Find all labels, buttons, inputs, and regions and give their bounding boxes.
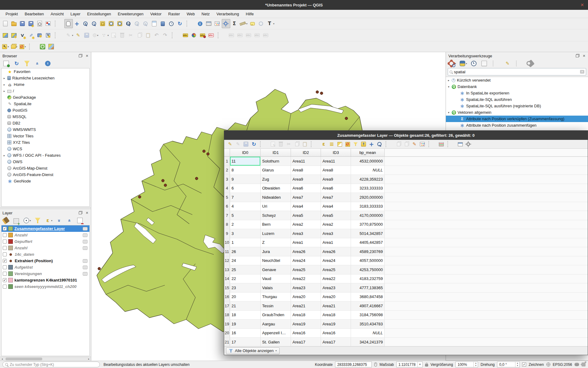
processing-toolbox-button[interactable] xyxy=(222,19,230,28)
rotate-label-button[interactable] xyxy=(244,31,253,40)
delete-selected-button[interactable] xyxy=(277,140,285,148)
cut-features-button[interactable] xyxy=(127,31,135,40)
cell-id0[interactable]: 3 xyxy=(230,229,261,238)
cell-id2[interactable]: Area16 xyxy=(291,329,321,338)
algorithm-tree-item[interactable]: SpatiaLite-SQL ausführen (registrierte D… xyxy=(446,103,588,109)
cell-id2[interactable]: Area2 xyxy=(291,220,321,229)
cell-id0[interactable]: 9 xyxy=(230,175,261,184)
row-number[interactable]: 21 xyxy=(224,338,230,346)
save-edits-button[interactable] xyxy=(83,31,91,40)
plugin-manager-icon[interactable] xyxy=(582,362,586,366)
cell-id3[interactable]: Area8 xyxy=(321,166,351,175)
cell-id0[interactable]: 18 xyxy=(230,311,261,320)
layer-item[interactable]: Vereinigungen xyxy=(2,270,89,277)
cell-id2[interactable]: Area25 xyxy=(291,265,321,274)
refresh-map-button[interactable] xyxy=(176,19,184,28)
cell-id0[interactable]: 7 xyxy=(230,193,261,202)
close-panel-icon[interactable]: ✕ xyxy=(85,211,89,215)
cell-id3[interactable]: Area2 xyxy=(321,220,351,229)
row-number[interactable]: 13 xyxy=(224,265,230,274)
cell-id3[interactable]: Area19 xyxy=(321,320,351,328)
style-manager-button[interactable] xyxy=(44,19,53,28)
layer-item[interactable]: ✓ kantonsgrenzen K4kant19970101 xyxy=(2,277,89,283)
zoom-extra-button[interactable] xyxy=(257,19,266,28)
algorithm-tree-item[interactable]: SpatiaLite-SQL ausführen xyxy=(446,96,588,103)
scroll-right-icon[interactable]: ▸ xyxy=(87,358,91,360)
cell-id3[interactable]: Area11 xyxy=(321,157,351,166)
cell-id3[interactable]: Area16 xyxy=(321,329,351,338)
row-number[interactable]: 12 xyxy=(224,256,230,265)
cell-id2[interactable]: Area5 xyxy=(291,211,321,220)
deselect-features-button[interactable]: ▾ xyxy=(18,42,27,51)
processing-search-input[interactable]: spatial ✕ xyxy=(448,68,586,75)
close-panel-icon[interactable]: ✕ xyxy=(85,54,89,58)
row-number[interactable]: 18 xyxy=(224,311,230,320)
layer-visibility-checkbox[interactable]: ✓ xyxy=(3,259,7,263)
pan-to-selection-button[interactable] xyxy=(368,140,375,148)
cell-id1[interactable]: St. Gallen xyxy=(261,338,291,346)
layer-item[interactable]: ✓ Extrahiert (Position) xyxy=(2,258,89,264)
row-number[interactable]: 19 xyxy=(224,320,230,328)
invert-selection-button[interactable] xyxy=(336,140,344,148)
cell-id1[interactable]: Schwyz xyxy=(261,211,291,220)
cell-id1[interactable]: Zug xyxy=(261,175,291,184)
browser-tree-item[interactable]: MSSQL xyxy=(2,113,89,120)
row-number[interactable]: 17 xyxy=(224,301,230,310)
locator-search-input[interactable]: Zu suchender Typ (Strg+K) xyxy=(2,362,100,367)
cell-bp-mean[interactable]: 4253,750000 xyxy=(351,265,385,274)
cell-id1[interactable]: Solothurn xyxy=(261,157,291,166)
memory-layer-badge-icon[interactable] xyxy=(83,259,88,263)
menu-item[interactable]: Vektor xyxy=(147,10,164,17)
messages-icon[interactable] xyxy=(575,363,579,366)
cell-id2[interactable]: Area8 xyxy=(291,166,321,175)
menu-item[interactable]: Verarbeitung xyxy=(213,10,242,17)
osm-place-search-plugin-button[interactable] xyxy=(47,42,56,51)
browser-tree-item[interactable]: WCS xyxy=(2,146,89,152)
attribute-window-titlebar[interactable]: Zusammengefasster Layer — Objekte gesamt… xyxy=(224,131,588,140)
cell-id0[interactable]: 24 xyxy=(230,256,261,265)
copy-button[interactable] xyxy=(293,140,301,148)
cell-id0[interactable]: 22 xyxy=(230,274,261,283)
remove-layer-button[interactable] xyxy=(76,216,85,225)
menu-item[interactable]: Erweiterungen xyxy=(115,10,147,17)
cell-id0[interactable]: 1 xyxy=(230,238,261,247)
data-source-manager-button[interactable] xyxy=(1,31,10,40)
row-number[interactable]: 8 xyxy=(224,220,230,229)
browser-tree-item[interactable]: Favoriten xyxy=(2,68,89,75)
sum-features-button[interactable] xyxy=(230,19,239,28)
filter-browser-button[interactable] xyxy=(23,59,31,68)
cell-id2[interactable]: Area3 xyxy=(291,229,321,238)
cell-id1[interactable]: Z xyxy=(261,238,291,247)
results-viewer-button[interactable] xyxy=(480,59,489,68)
column-header-id3[interactable]: ID3 xyxy=(321,149,351,156)
cell-id0[interactable]: 5 xyxy=(230,211,261,220)
expand-arrow-icon[interactable]: ▸ xyxy=(447,79,450,82)
toggle-editing-button[interactable] xyxy=(226,140,234,148)
zoom-to-layer-button[interactable] xyxy=(116,19,124,28)
layer-visibility-checkbox[interactable] xyxy=(3,272,7,276)
expand-all-button[interactable] xyxy=(55,216,64,225)
cell-id2[interactable]: Area21 xyxy=(291,301,321,310)
add-feature-button[interactable] xyxy=(269,140,277,148)
browser-tree-item[interactable]: OWS xyxy=(2,159,89,165)
cell-bp-mean[interactable]: 4183,232759 xyxy=(351,274,385,283)
cell-bp-mean[interactable]: 4228,359223 xyxy=(351,175,385,184)
pan-to-selection-button[interactable] xyxy=(73,19,81,28)
cell-bp-mean[interactable]: 4405,442857 xyxy=(351,238,385,247)
layer-item[interactable]: seen k4seenyyyymmdd11_ch200 xyxy=(2,283,89,290)
browser-tree-item[interactable]: XYZ Tiles xyxy=(2,139,89,146)
close-panel-icon[interactable]: ✕ xyxy=(582,54,586,58)
row-number[interactable]: 4 xyxy=(224,184,230,193)
paste-features-button[interactable] xyxy=(144,31,153,40)
rotation-spinbox[interactable]: 0,0 ° ▲▼ xyxy=(497,362,520,367)
toggle-editing-button[interactable] xyxy=(74,31,83,40)
cell-id0[interactable]: 11 xyxy=(230,157,261,166)
cell-bp-mean[interactable]: NULL xyxy=(351,166,385,175)
browser-tree-item[interactable]: ▸ / xyxy=(2,88,89,94)
cell-bp-mean[interactable]: 3233,333333 xyxy=(351,184,385,193)
zoom-in-button[interactable]: + xyxy=(81,19,90,28)
add-selected-layers-button[interactable] xyxy=(2,59,10,68)
cell-id3[interactable]: Area20 xyxy=(321,293,351,301)
new-virtual-layer-button[interactable] xyxy=(44,31,53,40)
menu-item[interactable]: Hilfe xyxy=(243,10,257,17)
